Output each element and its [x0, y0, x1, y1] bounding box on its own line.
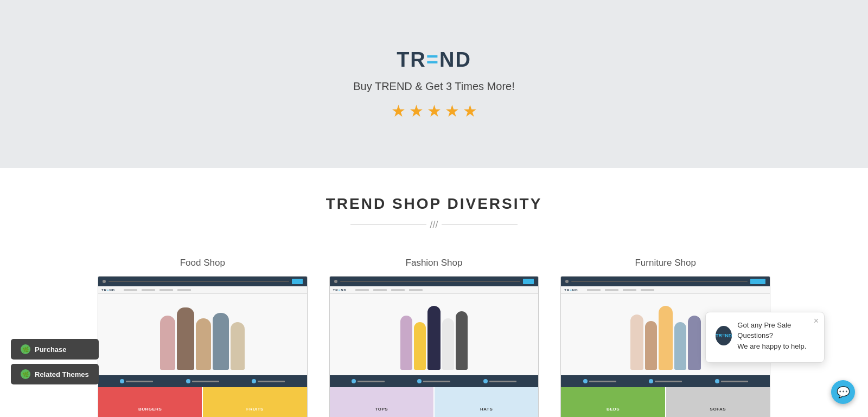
furniture-shop-label: Furniture Shop	[635, 258, 695, 268]
food-figures	[98, 294, 307, 375]
brand-logo: TR = ND	[397, 48, 471, 72]
food-top-bar	[98, 277, 307, 286]
food-bottom-icon-1	[120, 379, 124, 383]
food-bottom-icon-3	[252, 379, 256, 383]
food-nav: TR=ND	[98, 286, 307, 294]
hero-section: TR = ND Buy TREND & Get 3 Times More! ★ …	[0, 0, 868, 168]
fashion-bottom-icon-1	[352, 379, 356, 383]
furniture-top-dot	[565, 280, 569, 283]
fashion-top-btn	[523, 279, 534, 284]
fashion-figure-3	[427, 306, 441, 370]
fashion-top-bar	[330, 277, 539, 286]
fashion-nav-item-2	[373, 289, 387, 291]
food-nav-logo: TR=ND	[101, 288, 115, 292]
chat-header: TR=ND Got any Pre Sale Questions? We are…	[716, 320, 814, 352]
fashion-bottom-icon-3	[483, 379, 488, 383]
fashion-sec-item-1: TOPS	[330, 387, 435, 417]
chat-avatar: TR=ND	[716, 326, 732, 345]
related-themes-button[interactable]: 🌿 Related Themes	[11, 364, 99, 384]
food-bottom-text-3	[258, 381, 285, 382]
star-1: ★	[391, 101, 406, 120]
purchase-button[interactable]: 🌿 Purchase	[11, 339, 99, 360]
logo-text-1: TR	[397, 48, 426, 72]
fashion-figure-4	[442, 318, 454, 370]
fashion-bottom-3	[483, 379, 516, 383]
furniture-nav-item-2	[605, 289, 618, 291]
fashion-figures	[330, 294, 539, 375]
related-icon: 🌿	[21, 369, 30, 379]
food-bottom-text-2	[192, 381, 219, 382]
furniture-figure-3	[659, 306, 673, 370]
furniture-nav: TR=ND	[561, 286, 770, 294]
related-label: Related Themes	[35, 370, 89, 378]
furniture-sec-label-2: SOFAS	[710, 407, 726, 412]
furniture-bottom-1	[583, 379, 616, 383]
divider-line-left	[350, 224, 426, 225]
purchase-icon: 🌿	[21, 344, 30, 354]
star-3: ★	[427, 101, 442, 120]
food-figure-3	[196, 318, 211, 370]
furniture-top-btn	[750, 279, 765, 284]
food-nav-item-3	[159, 289, 173, 291]
star-5: ★	[463, 101, 477, 120]
main-content: TREND SHOP DIVERSITY /// Food Shop TR=ND	[0, 168, 868, 417]
divider-line-right	[442, 224, 518, 225]
food-sec-item-2: FRUITS	[203, 387, 307, 417]
star-4: ★	[445, 101, 459, 120]
food-bottom-bar	[98, 375, 307, 387]
fashion-bottom-1	[352, 379, 385, 383]
fashion-secondary: TOPS HATS	[330, 387, 539, 417]
fashion-preview-body	[330, 294, 539, 375]
food-top-dot	[103, 280, 106, 283]
fashion-bottom-2	[417, 379, 450, 383]
furniture-top-line	[571, 281, 748, 282]
food-figure-4	[213, 313, 229, 370]
chat-text-line2: We are happy to help.	[737, 341, 814, 352]
fashion-figure-2	[414, 322, 426, 370]
hero-subtitle: Buy TREND & Get 3 Times More!	[353, 80, 515, 93]
food-sec-label-2: FRUITS	[246, 407, 264, 412]
food-preview-body	[98, 294, 307, 375]
food-bottom-icon-2	[186, 379, 190, 383]
food-figure-2	[177, 307, 194, 370]
furniture-figure-5	[688, 316, 701, 370]
furniture-bottom-icon-2	[649, 379, 653, 383]
fashion-shop-preview[interactable]: TR=ND	[329, 276, 539, 417]
fashion-bottom-bar	[330, 375, 539, 387]
food-sec-item-1: BURGERS	[98, 387, 203, 417]
fashion-bottom-icon-2	[417, 379, 422, 383]
food-secondary: BURGERS FRUITS	[98, 387, 307, 417]
furniture-nav-item-4	[641, 289, 654, 291]
fashion-bottom-text-2	[423, 381, 450, 382]
furniture-figure-1	[630, 315, 643, 370]
furniture-nav-item-3	[623, 289, 636, 291]
fashion-figure-5	[456, 311, 468, 370]
food-shop-label: Food Shop	[180, 258, 225, 268]
fashion-nav-item-3	[391, 289, 405, 291]
star-2: ★	[409, 101, 424, 120]
fashion-nav: TR=ND	[330, 286, 539, 294]
furniture-bottom-text-2	[655, 381, 682, 382]
fashion-bottom-text-1	[358, 381, 385, 382]
fashion-shop-label: Fashion Shop	[406, 258, 463, 268]
fashion-sec-item-2: HATS	[435, 387, 538, 417]
fashion-sec-label-1: TOPS	[375, 407, 388, 412]
fashion-shop-column: Fashion Shop TR=ND	[329, 258, 539, 417]
food-nav-item-4	[177, 289, 191, 291]
section-title: TREND SHOP DIVERSITY	[0, 195, 868, 213]
chat-bubble-button[interactable]: 💬	[831, 380, 855, 404]
fashion-nav-item-4	[409, 289, 423, 291]
food-sec-label-1: BURGERS	[138, 407, 162, 412]
furniture-figure-4	[674, 322, 686, 370]
furniture-nav-logo: TR=ND	[564, 288, 578, 292]
food-bottom-text-1	[126, 381, 153, 382]
food-bottom-2	[186, 379, 219, 383]
furniture-top-bar	[561, 277, 770, 286]
furniture-bottom-icon-1	[583, 379, 588, 383]
furniture-bottom-3	[715, 379, 748, 383]
fashion-nav-item-1	[355, 289, 369, 291]
chat-close-button[interactable]: ×	[814, 317, 819, 325]
fashion-top-line	[340, 281, 521, 282]
furniture-figure-2	[645, 321, 657, 370]
food-shop-preview[interactable]: TR=ND	[98, 276, 308, 417]
